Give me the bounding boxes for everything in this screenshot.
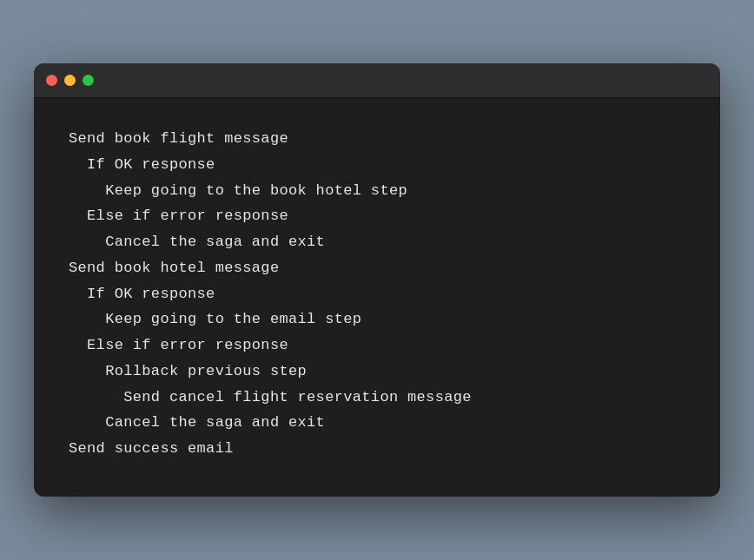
minimize-button[interactable] <box>64 75 76 86</box>
titlebar <box>34 63 720 98</box>
code-content: Send book flight message If OK response … <box>34 98 720 497</box>
maximize-button[interactable] <box>83 75 94 86</box>
close-button[interactable] <box>46 75 57 86</box>
terminal-window: Send book flight message If OK response … <box>34 63 720 497</box>
